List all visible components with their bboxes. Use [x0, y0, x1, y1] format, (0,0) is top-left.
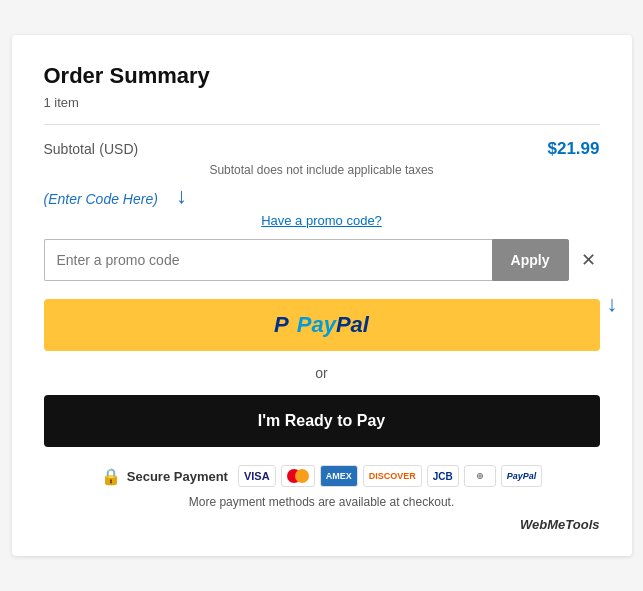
visa-icon: VISA	[238, 465, 276, 487]
amex-icon: AMEX	[320, 465, 358, 487]
tax-note: Subtotal does not include applicable tax…	[44, 163, 600, 177]
subtotal-currency: (USD)	[99, 141, 138, 157]
more-payment-text: More payment methods are available at ch…	[44, 495, 600, 509]
page-title: Order Summary	[44, 63, 600, 89]
arrow-down-icon: ↓	[176, 183, 187, 209]
annotation-wrapper: (Enter Code Here) ↓	[44, 183, 600, 209]
paypal-pay-label: PayPal	[297, 312, 369, 338]
paypal-p-icon: P	[274, 312, 289, 338]
subtotal-label: Subtotal (USD)	[44, 140, 139, 158]
item-count: 1 item	[44, 95, 600, 110]
ready-to-pay-button[interactable]: I'm Ready to Pay	[44, 395, 600, 447]
payment-icons: VISA AMEX DISCOVER JCB ⊕ PayPal	[238, 465, 542, 487]
jcb-icon: JCB	[427, 465, 459, 487]
order-summary-card: Order Summary 1 item Subtotal (USD) $21.…	[12, 35, 632, 556]
secure-payment-row: 🔒 Secure Payment VISA AMEX DISCOVER JCB …	[44, 465, 600, 487]
paypal-small-icon: PayPal	[501, 465, 543, 487]
arrow-down-right-icon: ↓	[607, 291, 618, 317]
discover-icon: DISCOVER	[363, 465, 422, 487]
mastercard-icon	[281, 465, 315, 487]
promo-code-link[interactable]: Have a promo code?	[261, 213, 382, 228]
paypal-button[interactable]: P PayPal	[44, 299, 600, 351]
apply-button[interactable]: Apply	[492, 239, 569, 281]
or-divider: or	[44, 365, 600, 381]
close-button[interactable]: ✕	[577, 251, 600, 269]
lock-icon: 🔒	[101, 467, 121, 486]
enter-code-annotation: (Enter Code Here)	[44, 191, 158, 207]
divider-1	[44, 124, 600, 125]
promo-code-input[interactable]	[44, 239, 492, 281]
promo-input-row: Apply ✕	[44, 239, 600, 281]
promo-link-row: Have a promo code?	[44, 211, 600, 229]
watermark: WebMeTools	[44, 517, 600, 532]
subtotal-value: $21.99	[548, 139, 600, 159]
annotation-line: (Enter Code Here) ↓	[44, 183, 187, 209]
secure-label: 🔒 Secure Payment	[101, 467, 228, 486]
subtotal-row: Subtotal (USD) $21.99	[44, 139, 600, 159]
diners-icon: ⊕	[464, 465, 496, 487]
